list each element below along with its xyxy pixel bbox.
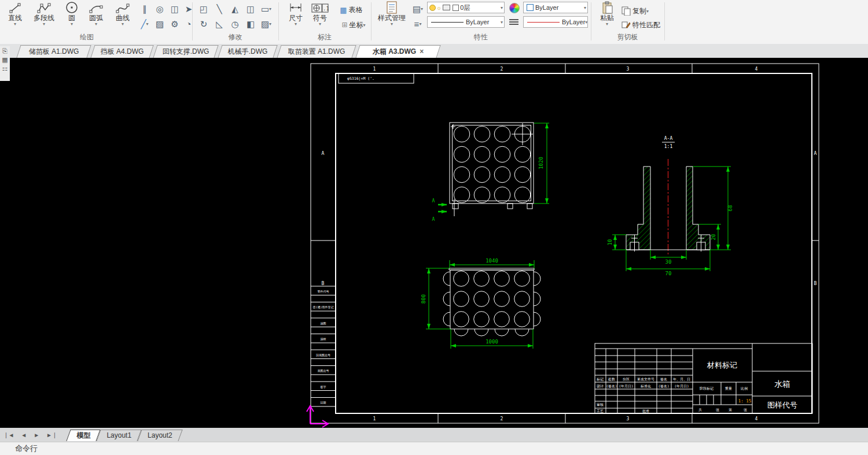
hatch-button[interactable]: ▨ [153, 17, 167, 30]
color-value: ByLayer [535, 4, 558, 11]
next-tab-icon[interactable]: ► [30, 432, 43, 438]
stretch-button[interactable]: ◫ [244, 2, 258, 15]
chevron-down-icon[interactable]: ▾ [585, 20, 587, 24]
linetype-dropdown[interactable]: ByLayer ▾ [427, 16, 505, 28]
solid-button[interactable]: ◫ [168, 2, 182, 15]
style-manager-button[interactable]: 样式管理 ▾ [374, 0, 410, 26]
doc-tab-chumiaoban[interactable]: 储苗板 A1.DWG [19, 45, 89, 58]
table-button[interactable]: ▦ 表格 [334, 3, 368, 16]
spline-button[interactable]: 曲线 ▾ [110, 0, 135, 26]
left-wall-section [626, 167, 650, 250]
model-space-canvas[interactable]: 1 2 3 4 1 2 3 4 A B A B φS316|+M ('. [0, 58, 868, 428]
paste-button[interactable]: 粘贴 ▾ [596, 0, 618, 26]
document-tab-bar: 储苗板 A1.DWG 挡板 A4.DWG 回转支撑.DWG 机械手.DWG 取苗… [0, 44, 868, 58]
chevron-down-icon[interactable]: ▾ [419, 22, 421, 26]
multiline-style-button[interactable]: ≡▾ [411, 17, 425, 30]
side-cell: 描校 [321, 337, 326, 341]
list-style-button[interactable]: ▤▾ [411, 2, 425, 15]
coordinate-button[interactable]: ⊞ 坐标 ▾ [334, 19, 373, 31]
draw-group-label: 绘图 [23, 32, 150, 42]
doc-tab-qumiaozhuangzhi[interactable]: 取苗装置 A1.DWG [279, 45, 354, 58]
chevron-down-icon[interactable]: ▾ [421, 7, 423, 11]
region-button[interactable]: ◎ [153, 2, 167, 15]
chevron-down-icon[interactable]: ▾ [501, 6, 503, 10]
move-button[interactable]: ◰ [197, 2, 211, 15]
first-tab-icon[interactable]: ❘◄ [0, 432, 17, 438]
chevron-down-icon[interactable]: ▾ [14, 22, 16, 26]
new-tab-icon[interactable]: ⎘ [2, 47, 8, 55]
cursor-arrow-icon: ➤ [185, 5, 193, 13]
chevron-down-icon[interactable]: ▾ [146, 22, 149, 26]
color-wheel-icon[interactable] [509, 3, 520, 13]
polyline-button[interactable]: 多段线 ▾ [28, 0, 60, 26]
drawing-svg[interactable]: 1 2 3 4 1 2 3 4 A B A B φS316|+M ('. [0, 58, 868, 428]
dim-1040: 1040 [486, 258, 498, 264]
symbol-button[interactable]: .1 符号 ▾ [309, 0, 331, 26]
layer-dropdown[interactable]: ☼ 0层 ▾ [427, 2, 505, 13]
chevron-down-icon[interactable]: ▾ [122, 22, 124, 26]
construction-line-button[interactable]: ∥ [138, 2, 152, 15]
hatch-icon: ▨ [156, 20, 164, 28]
zone-number: 3 [627, 66, 630, 72]
chevron-down-icon[interactable]: ▾ [501, 20, 503, 24]
chevron-down-icon[interactable]: ▾ [71, 22, 73, 26]
color-dropdown[interactable]: ByLayer ▾ [523, 2, 588, 13]
copy-button[interactable]: 复制 ▾ [621, 5, 659, 17]
ribbon-separator [664, 2, 665, 40]
array-button[interactable]: ▭▾ [259, 2, 273, 15]
match-properties-button[interactable]: 特性匹配 [621, 19, 667, 31]
tb-scale-value: 1: 15 [738, 398, 752, 404]
last-tab-icon[interactable]: ►❘ [43, 432, 60, 438]
prev-tab-icon[interactable]: ◄ [17, 432, 30, 438]
style-manager-label: 样式管理 [378, 14, 406, 22]
arc-button[interactable]: 圆弧 ▾ [83, 0, 109, 26]
tab-model-label: 模型 [76, 431, 90, 441]
doc-tab-dangban[interactable]: 挡板 A4.DWG [93, 45, 152, 58]
chevron-down-icon[interactable]: ▾ [269, 22, 271, 26]
doc-tab-huizhuanzhicheng[interactable]: 回转支撑.DWG [155, 45, 216, 58]
image-frame-icon[interactable]: ▦ [2, 56, 8, 64]
side-cell: 签字 [321, 385, 326, 389]
command-line[interactable]: 命令行 [0, 442, 868, 455]
ray-button[interactable]: ╱▾ [138, 17, 152, 30]
chevron-down-icon[interactable]: ▾ [606, 22, 608, 26]
copy-label: 复制 [632, 6, 646, 16]
chevron-down-icon[interactable]: ▾ [391, 22, 393, 26]
line-button[interactable]: 直线 ▾ [3, 0, 27, 26]
chevron-down-icon[interactable]: ▾ [295, 22, 297, 26]
sliders-icon[interactable]: ⚏ [2, 65, 8, 72]
lineweight-icon[interactable] [509, 19, 518, 25]
trim-button[interactable]: ◷ [228, 17, 242, 30]
tab-layout2[interactable]: Layout2 [139, 430, 181, 441]
zone-letter: A [322, 151, 325, 156]
tab-layout2-label: Layout2 [148, 431, 172, 439]
dim-10: 10 [607, 239, 613, 246]
doc-tab-shuixiang-active[interactable]: 水箱 A3.DWG× [358, 45, 439, 58]
linetype-red-dropdown[interactable]: ByLayer ▾ [523, 16, 588, 28]
chevron-down-icon[interactable]: ▾ [269, 7, 271, 11]
explode-button[interactable]: ◧ [244, 17, 258, 30]
layout-tab-bar: ❘◄ ◄ ► ►❘ 模型 Layout1 Layout2 [0, 428, 868, 442]
section-dimensions [612, 167, 731, 271]
edit-hatch-button[interactable]: ▨▾ [259, 17, 273, 30]
side-cell: 日期 [321, 401, 326, 405]
close-icon[interactable]: × [420, 47, 424, 56]
chevron-down-icon[interactable]: ▾ [646, 9, 649, 13]
chevron-down-icon[interactable]: ▾ [319, 22, 321, 26]
tab-layout1[interactable]: Layout1 [98, 430, 139, 441]
chamfer-button[interactable]: ◺ [212, 17, 226, 30]
chevron-down-icon[interactable]: ▾ [43, 22, 45, 26]
chevron-down-icon[interactable]: ▾ [584, 6, 586, 10]
rotate-button[interactable]: ↻ [197, 17, 211, 30]
arc-icon [89, 0, 103, 14]
chevron-down-icon[interactable]: ▾ [95, 22, 97, 26]
printer-icon [443, 5, 450, 10]
circle-button[interactable]: 圆 ▾ [61, 0, 82, 26]
gear-button[interactable]: ⚙ [168, 17, 182, 30]
mirror-button[interactable]: ◭ [228, 2, 242, 15]
dimension-button[interactable]: 尺寸 ▾ [285, 0, 307, 26]
erase-button[interactable]: ╲ [212, 2, 226, 15]
chevron-down-icon[interactable]: ▾ [363, 23, 366, 27]
tab-model[interactable]: 模型 [68, 430, 98, 441]
doc-tab-jixieshou[interactable]: 机械手.DWG [220, 45, 275, 58]
